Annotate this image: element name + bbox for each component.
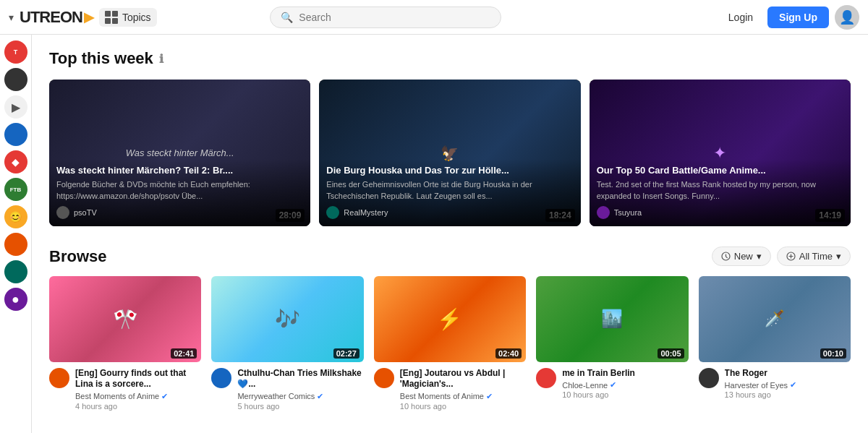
browse-channel-dot-4 [536, 368, 556, 388]
browse-info-1: [Eng] Gourry finds out that Lina is a so… [49, 368, 201, 411]
browse-filters: New ▾ All Time ▾ [712, 246, 851, 266]
top-video-card-3[interactable]: ✦ 14:19 Our Top 50 Card Battle/Game Anim… [590, 80, 851, 226]
clock-icon [721, 252, 731, 261]
browse-text-5: The Roger Harvester of Eyes ✔ 13 hours a… [725, 368, 796, 400]
verified-icon-3: ✔ [486, 392, 493, 401]
sidebar-item-blue[interactable] [4, 123, 27, 146]
browse-text-3: [Eng] Joutarou vs Abdul | 'Magician's...… [400, 368, 526, 411]
header-left: ▾ UTREON▶ Topics [9, 8, 157, 27]
channel-avatar-2 [326, 206, 339, 219]
channel-name-1: psoTV [74, 208, 97, 217]
browse-duration-1: 02:41 [171, 348, 197, 359]
topics-label: Topics [122, 12, 151, 23]
browse-card-3[interactable]: ⚡ 02:40 [Eng] Joutarou vs Abdul | 'Magic… [374, 276, 526, 411]
video-info-3: Our Top 50 Card Battle/Game Anime... Tes… [590, 159, 851, 227]
sidebar-item-triager[interactable]: T [4, 40, 27, 64]
browse-grid: 🎌 02:41 [Eng] Gourry finds out that Lina… [49, 276, 851, 411]
filter-new-button[interactable]: New ▾ [712, 246, 771, 266]
sidebar-item-purple[interactable]: ● [4, 288, 27, 311]
browse-duration-5: 00:10 [820, 348, 846, 359]
sidebar-item-ftb[interactable]: FTB [4, 178, 27, 201]
search-icon: 🔍 [281, 12, 293, 23]
browse-card-5[interactable]: 🗡️ 00:10 The Roger Harvester of Eyes ✔ 1… [699, 276, 851, 411]
sidebar-item-teal[interactable] [4, 260, 27, 283]
filter-all-time-button[interactable]: All Time ▾ [777, 246, 851, 266]
sidebar-item-face[interactable]: 😊 [4, 205, 27, 228]
logo[interactable]: UTREON▶ [20, 8, 93, 27]
chevron-down-icon[interactable]: ▾ [9, 12, 14, 23]
video-info-2: Die Burg Houska und Das Tor zur Hölle...… [319, 159, 580, 227]
browse-card-1[interactable]: 🎌 02:41 [Eng] Gourry finds out that Lina… [49, 276, 201, 411]
signup-button[interactable]: Sign Up [767, 7, 829, 28]
verified-icon-5: ✔ [790, 380, 796, 390]
video-desc-3: Test. 2nd set of the first Mass Rank hos… [597, 179, 843, 202]
browse-channel-dot-1 [49, 368, 69, 388]
login-button[interactable]: Login [720, 7, 762, 27]
content: Top this week ℹ Was steckt hinter Märch.… [32, 35, 868, 433]
verified-icon-1: ✔ [161, 392, 168, 401]
sidebar-item-play[interactable]: ▶ [4, 95, 27, 119]
browse-channel-2: Merryweather Comics ✔ [237, 392, 363, 401]
filter-all-time-chevron: ▾ [836, 251, 841, 262]
browse-meta-4: 10 hours ago [562, 390, 635, 399]
browse-info-5: The Roger Harvester of Eyes ✔ 13 hours a… [699, 368, 851, 400]
top-video-card-2[interactable]: 🦅 18:24 Die Burg Houska und Das Tor zur … [319, 80, 580, 226]
sidebar-item-diamond[interactable]: ◆ [4, 150, 27, 173]
browse-thumb-4: 🏙️ 00:05 [536, 276, 688, 361]
top-section-title: Top this week ℹ [49, 49, 851, 68]
calendar-icon [786, 252, 796, 261]
browse-card-4[interactable]: 🏙️ 00:05 me in Train Berlin Chloe-Lenne … [536, 276, 688, 411]
browse-card-2[interactable]: 🎶 02:27 Cthulhu-Chan Tries Milkshake 💙..… [211, 276, 363, 411]
browse-meta-1: 4 hours ago [75, 402, 201, 411]
browse-channel-3: Best Moments of Anime ✔ [400, 392, 526, 401]
video-desc-2: Eines der Geheimnisvollen Orte ist die B… [326, 179, 573, 202]
filter-new-label: New [734, 251, 753, 262]
browse-text-2: Cthulhu-Chan Tries Milkshake 💙... Merryw… [237, 368, 363, 411]
video-desc-1: Folgende Bücher & DVDs möchte ich Euch e… [56, 179, 303, 202]
header-right: Login Sign Up 👤 [720, 5, 859, 30]
browse-thumb-2: 🎶 02:27 [211, 276, 363, 361]
search-input[interactable] [299, 12, 490, 23]
topics-grid-icon [105, 11, 118, 24]
browse-thumb-5: 🗡️ 00:10 [699, 276, 851, 361]
top-section-label: Top this week [49, 49, 153, 68]
user-avatar[interactable]: 👤 [835, 5, 859, 30]
browse-title: Browse [49, 247, 106, 266]
browse-meta-2: 5 hours ago [237, 402, 363, 411]
sidebar-item-orange[interactable] [4, 233, 27, 256]
browse-title-1: [Eng] Gourry finds out that Lina is a so… [75, 368, 201, 390]
browse-title-4: me in Train Berlin [562, 368, 635, 380]
browse-thumb-3: ⚡ 02:40 [374, 276, 526, 361]
video-channel-1: psoTV [56, 206, 303, 219]
browse-title-3: [Eng] Joutarou vs Abdul | 'Magician's... [400, 368, 526, 390]
channel-avatar-3 [597, 206, 610, 219]
browse-duration-2: 02:27 [333, 348, 359, 359]
browse-meta-3: 10 hours ago [400, 402, 526, 411]
browse-channel-5: Harvester of Eyes ✔ [725, 380, 796, 390]
sidebar: T ▶ ◆ FTB 😊 ● [0, 35, 32, 433]
video-info-1: Was steckt hinter Märchen? Teil 2: Br...… [49, 159, 310, 227]
channel-name-3: Tsuyura [614, 208, 642, 217]
main-layout: T ▶ ◆ FTB 😊 ● Top this week ℹ Was steckt… [0, 35, 868, 433]
browse-channel-dot-2 [211, 368, 231, 388]
filter-new-chevron: ▾ [757, 251, 762, 262]
browse-channel-4: Chloe-Lenne ✔ [562, 380, 635, 390]
sidebar-item-dark[interactable] [4, 68, 27, 91]
browse-thumb-1: 🎌 02:41 [49, 276, 201, 361]
browse-text-1: [Eng] Gourry finds out that Lina is a so… [75, 368, 201, 411]
channel-avatar-1 [56, 206, 69, 219]
browse-title-5: The Roger [725, 368, 796, 380]
top-video-card-1[interactable]: Was steckt hinter Märch... 28:09 Was ste… [49, 80, 310, 226]
browse-channel-1: Best Moments of Anime ✔ [75, 392, 201, 401]
top-videos-grid: Was steckt hinter Märch... 28:09 Was ste… [49, 80, 851, 226]
logo-text: UTREON [20, 8, 82, 27]
logo-arrow: ▶ [84, 9, 93, 25]
browse-channel-dot-3 [374, 368, 394, 388]
search-bar[interactable]: 🔍 [270, 7, 501, 28]
info-icon[interactable]: ℹ [159, 52, 163, 66]
video-title-3: Our Top 50 Card Battle/Game Anime... [597, 165, 843, 177]
browse-header: Browse New ▾ All Time ▾ [49, 246, 851, 266]
video-channel-2: RealMystery [326, 206, 573, 219]
topics-button[interactable]: Topics [99, 8, 157, 27]
browse-info-4: me in Train Berlin Chloe-Lenne ✔ 10 hour… [536, 368, 688, 400]
